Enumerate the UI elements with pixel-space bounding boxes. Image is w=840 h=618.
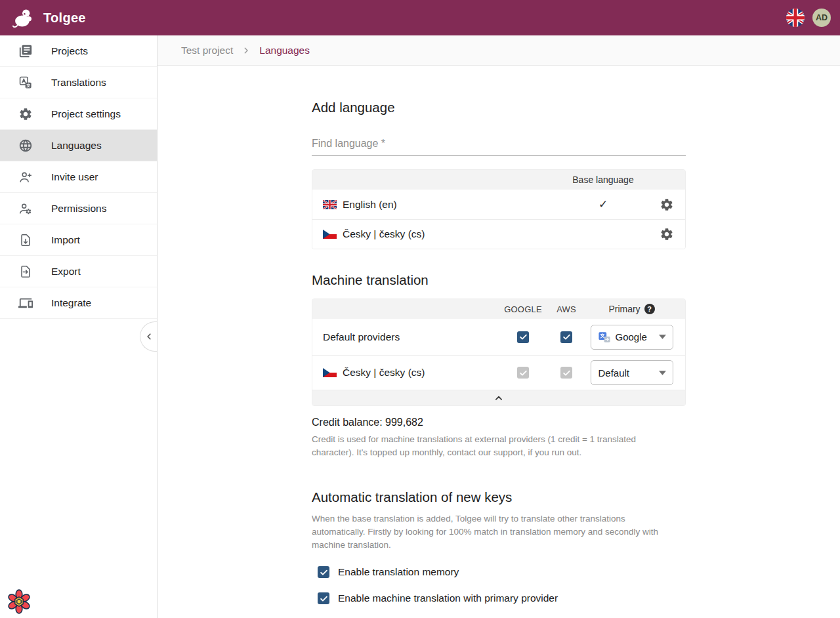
auto-translation-section: Automatic translation of new keys When t… [312, 489, 686, 604]
sidebar-item-label: Languages [51, 140, 102, 152]
machine-translation-checkbox[interactable] [318, 592, 329, 604]
enable-machine-translation-option[interactable]: Enable machine translation with primary … [312, 592, 686, 604]
auto-translation-description: When the base translation is added, Tolg… [312, 512, 681, 552]
language-name: Česky | česky (cs) [343, 228, 554, 240]
projects-icon [18, 43, 33, 59]
sidebar-item-label: Translations [51, 77, 106, 89]
translations-icon [18, 75, 33, 91]
breadcrumb-current-page: Languages [259, 45, 310, 56]
tolgee-mouse-logo-icon[interactable] [12, 5, 37, 30]
sidebar-item-label: Permissions [51, 203, 106, 215]
google-provider-checkbox[interactable] [517, 331, 529, 343]
czech-flag-icon [323, 230, 337, 239]
top-bar: Tolgee AD [0, 0, 840, 35]
tolgee-app-window: Tolgee AD Projects [0, 0, 840, 618]
sidebar-collapse-button[interactable] [140, 321, 157, 352]
sidebar-item-label: Integrate [51, 297, 91, 309]
machine-translation-table: GOOGLE AWS Primary ? Default providers [312, 299, 686, 406]
base-language-checkmark-icon: ✓ [598, 198, 608, 211]
translation-memory-checkbox[interactable] [318, 566, 329, 578]
page-content: Add language Base language [158, 66, 840, 618]
sidebar-item-export[interactable]: Export [0, 256, 157, 287]
credit-balance-block: Credit balance: 999,682 Credit is used f… [312, 417, 686, 459]
gear-icon [18, 106, 33, 122]
credit-description: Credit is used for machine translations … [312, 433, 681, 459]
czech-language-row: Česky | česky (cs) [312, 355, 685, 390]
dropdown-arrow-icon [659, 371, 666, 375]
languages-table: Base language English (en) ✓ [312, 169, 686, 249]
add-language-title: Add language [312, 100, 686, 115]
language-provider-value: Default [598, 367, 630, 379]
czech-flag-icon [323, 368, 337, 377]
google-translate-icon [598, 331, 610, 343]
find-language-field [312, 133, 686, 156]
primary-provider-select[interactable]: Google [591, 325, 673, 350]
person-add-icon [18, 169, 33, 185]
ui-language-flag-button[interactable] [786, 9, 805, 27]
base-language-column-header: Base language [554, 175, 652, 185]
aws-column-header: AWS [544, 304, 589, 314]
breadcrumb: Test project Languages [158, 35, 840, 66]
credit-balance-text: Credit balance: 999,682 [312, 417, 686, 428]
help-question-icon[interactable]: ? [644, 304, 655, 314]
sidebar-item-import[interactable]: Import [0, 224, 157, 256]
aws-provider-checkbox[interactable] [560, 331, 572, 343]
import-icon [18, 232, 33, 248]
sidebar-item-label: Projects [51, 45, 88, 57]
export-icon [18, 264, 33, 279]
sidebar-item-label: Invite user [51, 171, 98, 183]
language-row-czech: Česky | česky (cs) [312, 219, 685, 249]
sidebar-item-project-settings[interactable]: Project settings [0, 98, 157, 130]
machine-translation-title: Machine translation [312, 272, 686, 288]
language-settings-gear-button[interactable] [659, 197, 675, 213]
sidebar-item-permissions[interactable]: Permissions [0, 193, 157, 224]
sidebar-item-label: Import [51, 234, 80, 246]
person-gear-icon [18, 201, 33, 216]
row-label: Default providers [323, 331, 502, 343]
sidebar-item-integrate[interactable]: Integrate [0, 287, 157, 319]
option-label: Enable translation memory [338, 566, 459, 578]
british-flag-icon [323, 200, 337, 209]
language-row-english: English (en) ✓ [312, 190, 685, 219]
sidebar-item-label: Export [51, 266, 81, 278]
google-column-header: GOOGLE [502, 304, 544, 314]
tolgee-tools-flower-icon[interactable] [7, 589, 32, 614]
globe-icon [18, 138, 33, 154]
user-avatar[interactable]: AD [812, 9, 831, 27]
language-settings-gear-button[interactable] [659, 226, 675, 242]
sidebar-item-projects[interactable]: Projects [0, 35, 157, 67]
machine-translation-section: Machine translation GOOGLE AWS Primary ? [312, 272, 686, 459]
breadcrumb-project-link[interactable]: Test project [181, 45, 233, 56]
devices-icon [18, 295, 33, 311]
sidebar-item-translations[interactable]: Translations [0, 67, 157, 98]
find-language-input[interactable] [312, 133, 686, 155]
machine-translation-header: GOOGLE AWS Primary ? [312, 299, 685, 319]
language-name: English (en) [343, 199, 554, 211]
languages-table-header: Base language [312, 170, 685, 190]
default-providers-row: Default providers [312, 319, 685, 355]
aws-provider-checkbox-disabled [560, 367, 572, 379]
dropdown-arrow-icon [659, 335, 666, 339]
primary-column-header: Primary [608, 304, 640, 314]
chevron-right-icon [241, 45, 251, 56]
option-label: Enable machine translation with primary … [338, 592, 558, 604]
auto-translation-title: Automatic translation of new keys [312, 489, 686, 505]
collapse-table-button[interactable] [312, 390, 685, 405]
add-language-section: Add language Base language [312, 100, 686, 249]
enable-translation-memory-option[interactable]: Enable translation memory [312, 566, 686, 578]
sidebar: Projects Translations Project set [0, 35, 158, 618]
chevron-up-icon [493, 392, 505, 404]
sidebar-item-languages[interactable]: Languages [0, 130, 157, 161]
row-label: Česky | česky (cs) [343, 367, 425, 379]
primary-provider-value: Google [616, 331, 647, 342]
google-provider-checkbox-disabled [517, 367, 529, 379]
brand-title: Tolgee [43, 10, 86, 26]
language-provider-select[interactable]: Default [591, 360, 673, 385]
sidebar-item-invite-user[interactable]: Invite user [0, 161, 157, 193]
sidebar-item-label: Project settings [51, 108, 121, 120]
